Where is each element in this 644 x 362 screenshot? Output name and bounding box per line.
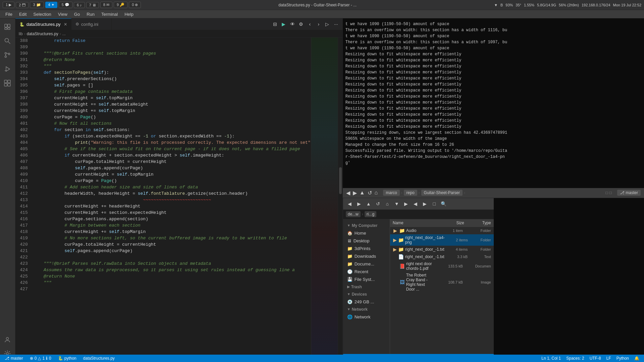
menu-file[interactable]: File	[3, 11, 15, 17]
file-row-txt-file[interactable]: 📄 right_next_door_-1.txt 3.3 kB Text	[390, 253, 494, 260]
fm-loc-item1[interactable]: de...w	[346, 211, 361, 217]
git-breadcrumb-project[interactable]: Guitar-Sheet-Parser	[421, 190, 463, 196]
fm-col-name[interactable]: Name	[393, 221, 437, 225]
fm-item-documents[interactable]: 📁 Docume...	[343, 260, 390, 268]
code-editor[interactable]: return False """!@brief Fits current sec…	[31, 38, 311, 362]
fm-item-network[interactable]: 🌐 Network	[343, 313, 390, 321]
menu-view[interactable]: View	[55, 11, 70, 17]
menu-run[interactable]: Run	[84, 11, 97, 17]
fm-forward-btn[interactable]: ▶	[355, 200, 363, 208]
workspace-3[interactable]: 3 📁	[30, 2, 44, 8]
file-row-txt-folder[interactable]: ▶ 📁 right_next_door_-1.txt 4 items Folde…	[390, 246, 494, 253]
fm-item-3dprints[interactable]: 📁 3dPrints	[343, 245, 390, 252]
fm-home-btn[interactable]: ⌂	[383, 200, 391, 208]
file-row-png-folder[interactable]: ▶ 📁 right_next_door_-1a4-png 2 items Fol…	[390, 234, 494, 246]
run-file-btn[interactable]: ▷	[324, 20, 331, 28]
fm-view-btn[interactable]: □	[430, 200, 438, 208]
status-spaces[interactable]: Spaces: 2	[564, 356, 586, 361]
workspace-8[interactable]: 8 ✉	[100, 2, 112, 8]
menu-edit[interactable]: Edit	[16, 11, 29, 17]
watch-btn[interactable]: 👁	[289, 20, 296, 28]
workspace-1[interactable]: 1 ▶	[3, 2, 14, 8]
activity-run[interactable]	[2, 63, 13, 75]
menu-terminal[interactable]: Terminal	[99, 11, 120, 17]
workspace-2[interactable]: 2 🗖	[16, 2, 29, 8]
tab-config-ini[interactable]: ⚙ config.ini	[71, 18, 112, 30]
breadcrumb-file[interactable]: dataStructures.py	[27, 32, 58, 36]
fm-nav-btn2[interactable]: ▶	[402, 200, 410, 208]
more-btn[interactable]: ···	[332, 20, 340, 28]
workspace-9[interactable]: 9 🔑	[114, 2, 127, 8]
activity-git[interactable]	[2, 49, 13, 61]
fm-back-btn[interactable]: ◀	[346, 200, 354, 208]
fm-search-btn[interactable]: 🔍	[440, 200, 448, 208]
status-python-env[interactable]: 🐍 python	[56, 356, 78, 361]
workspace-5[interactable]: 5 💬	[59, 2, 72, 8]
status-encoding[interactable]: UTF-8	[588, 356, 603, 361]
editor-breadcrumb: lib › dataStructures.py › ...	[15, 30, 342, 38]
editor-scrollbar[interactable]	[338, 38, 342, 362]
status-file-name[interactable]: dataStructures.py	[81, 356, 117, 361]
debug-btn[interactable]: ⚙	[298, 20, 305, 28]
status-bell[interactable]: 🔔	[632, 356, 641, 361]
fm-nav-btn3[interactable]: ◀	[412, 200, 420, 208]
git-refresh-btn[interactable]: ↺	[368, 190, 372, 196]
fm-item-drive[interactable]: 💿 249 GB ...	[343, 298, 390, 306]
fm-section-network[interactable]: ▼ Network	[343, 306, 390, 313]
git-home-btn[interactable]: ⌂	[375, 190, 378, 196]
fm-col-type[interactable]: Type	[464, 221, 491, 225]
activity-account[interactable]	[2, 334, 13, 345]
fm-section-mycomputer-label: My Computer	[352, 223, 378, 228]
fm-col-size[interactable]: Size	[437, 221, 464, 225]
git-back-btn[interactable]: ◀	[346, 190, 350, 196]
file-row-pdf[interactable]: 📕 right next door chords-1.pdf 133.5 kB …	[390, 260, 494, 272]
activity-search[interactable]	[2, 35, 13, 47]
activity-extensions[interactable]	[2, 77, 13, 89]
fm-item-recent[interactable]: 🕐 Recent	[343, 268, 390, 276]
file-row-audio[interactable]: ▶ 📁 Audio 1 item Folder	[390, 227, 494, 234]
status-language[interactable]: Python	[614, 356, 631, 361]
file-row-img[interactable]: 🖼 The Robert Cray Band - Right Next Door…	[390, 272, 494, 293]
status-line-ending[interactable]: LF	[604, 356, 613, 361]
fm-item-home[interactable]: 🏠 Home	[343, 229, 390, 237]
editor-content[interactable]: 388389390391392 393394395396397 39839940…	[15, 38, 342, 362]
git-forward-btn[interactable]: ▶	[353, 190, 357, 196]
fm-section-mycomputer[interactable]: ▼ My Computer	[343, 222, 390, 229]
fm-section-devices[interactable]: ▼ Devices	[343, 291, 390, 298]
workspace-7[interactable]: 7 🖥	[86, 2, 99, 8]
fm-refresh-btn[interactable]: ↺	[374, 200, 382, 208]
fm-item-downloads[interactable]: 📁 Downloads	[343, 252, 390, 260]
workspace-6[interactable]: 6 ♪	[74, 2, 85, 8]
fm-nav-btn1[interactable]: ▼	[393, 200, 401, 208]
status-errors[interactable]: ⊗ 0 △ 1 ℹ 0	[28, 356, 53, 361]
tab-close-data-structures[interactable]: ×	[64, 21, 67, 27]
tab-data-structures[interactable]: 🐍 dataStructures.py ×	[15, 18, 71, 30]
breadcrumb-symbol[interactable]: ...	[62, 32, 66, 36]
activity-explorer[interactable]	[2, 21, 13, 33]
git-up-btn[interactable]: ▲	[360, 190, 365, 196]
status-git-branch[interactable]: ⎇ master	[3, 356, 25, 361]
status-position[interactable]: Ln 1, Col 1	[539, 356, 563, 361]
fm-up-btn[interactable]: ▲	[365, 200, 373, 208]
git-breadcrumb-marco[interactable]: marco	[383, 190, 399, 196]
run-btn[interactable]: ▶	[280, 20, 287, 28]
fm-nav-btn4[interactable]: ▶	[421, 200, 429, 208]
menu-selection[interactable]: Selection	[31, 11, 54, 17]
workspace-4[interactable]: 4 ✦	[45, 2, 57, 8]
workspace-0[interactable]: 0 ⊕	[129, 2, 141, 8]
prev-btn[interactable]: ‹	[306, 20, 314, 28]
svg-point-4	[5, 39, 9, 42]
breadcrumb-lib[interactable]: lib	[19, 32, 23, 36]
fm-item-desktop[interactable]: 🖥 Desktop	[343, 237, 390, 245]
split-editor-btn[interactable]: ⊟	[271, 20, 279, 28]
menu-help[interactable]: Help	[122, 11, 136, 17]
scrollbar-thumb[interactable]	[339, 167, 342, 194]
next-btn[interactable]: ›	[315, 20, 322, 28]
fm-loc-item2[interactable]: ri...g	[365, 211, 376, 217]
git-branch-name[interactable]: ⎇ master	[617, 190, 641, 196]
git-breadcrumb-repo[interactable]: repo	[404, 190, 417, 196]
fm-section-trash[interactable]: ▶ Trash	[343, 283, 390, 291]
fm-item-filesystem[interactable]: 💾 File Syst...	[343, 276, 390, 283]
menu-go[interactable]: Go	[71, 11, 83, 17]
terminal-output[interactable]: t we have 1090 (1190-50-50) amount of sp…	[343, 18, 644, 188]
